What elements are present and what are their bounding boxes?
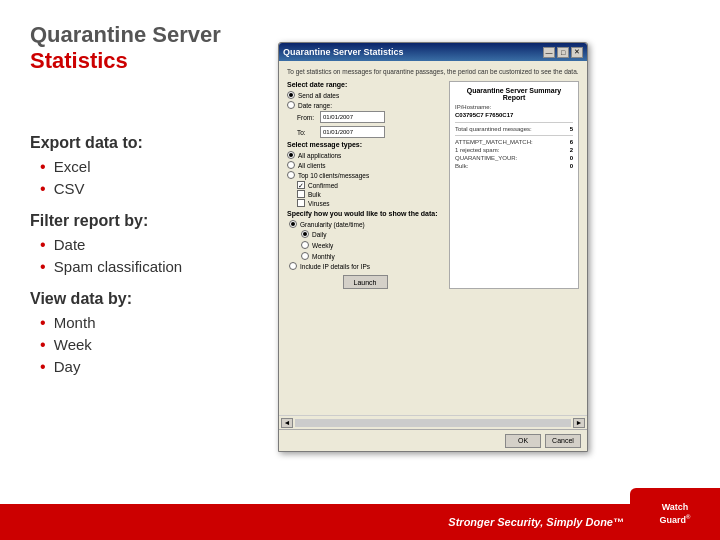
cancel-button[interactable]: Cancel [545,434,581,448]
sub-radio-monthly[interactable] [301,252,309,260]
sub-radio-daily-label: Daily [312,231,326,238]
dialog-title: Quarantine Server Statistics [283,47,404,57]
radio-date-range-label: Date range: [298,102,332,109]
from-input[interactable] [320,111,385,123]
radio-date-range-row: Date range: [287,101,443,109]
slide: Quarantine Server Statistics Export data… [0,0,720,540]
summary-total-row: Total quarantined messages: 5 [455,126,573,132]
radio-top10-label: Top 10 clients/messages [298,172,369,179]
sub-radio-weekly-label: Weekly [312,242,333,249]
radio-all-clients-row: All clients [287,161,443,169]
radio-top10[interactable] [287,171,295,179]
msg-types-label: Select message types: [287,141,443,148]
dialog-bottom-bar: OK Cancel [279,429,587,451]
sub-radio-weekly-row: Weekly [301,241,443,249]
to-row: To: [297,126,443,138]
checkbox-confirmed[interactable] [297,181,305,189]
ok-button[interactable]: OK [505,434,541,448]
maximize-button[interactable]: □ [557,47,569,58]
left-content: Export data to: Excel CSV Filter report … [30,120,270,380]
radio-all-apps-label: All applications [298,152,341,159]
dialog-window: Quarantine Server Statistics — □ ✕ To ge… [278,42,588,452]
radio-ip-row: Include IP details for IPs [289,262,443,270]
radio-all-dates-label: Send all dates [298,92,339,99]
checkbox-bulk-row: Bulk [297,190,443,198]
close-button[interactable]: ✕ [571,47,583,58]
msg-types-section: Select message types: All applications A… [287,141,443,207]
sub-radio-daily[interactable] [301,230,309,238]
checkbox-viruses-label: Viruses [308,200,330,207]
sub-radio-monthly-row: Monthly [301,252,443,260]
radio-date-range[interactable] [287,101,295,109]
checkbox-confirmed-row: Confirmed [297,181,443,189]
footer-tagline: Stronger Security, Simply Done™ [448,516,624,528]
launch-button[interactable]: Launch [343,275,388,289]
bullet-csv: CSV [40,180,270,198]
summary-detail-rows: ATTEMPT_MATCH_MATCH: 6 1 rejected spam: … [455,135,573,169]
date-range-label: Select date range: [287,81,443,88]
dialog-scrollbar: ◄ ► [279,415,587,429]
radio-top10-row: Top 10 clients/messages [287,171,443,179]
checkbox-viruses-row: Viruses [297,199,443,207]
radio-granularity-row: Granularity (date/time) [289,220,443,228]
specify-label: Specify how you would like to show the d… [287,210,443,217]
bullet-week: Week [40,336,270,354]
dialog-intro: To get statistics on messages for quaran… [287,67,579,76]
summary-detail-3: Bulk: 0 [455,163,573,169]
watchguard-badge: WatchGuard® [630,488,720,540]
radio-granularity[interactable] [289,220,297,228]
summary-panel: Quarantine Server Summary Report IP/Host… [449,81,579,289]
scroll-right-arrow[interactable]: ► [573,418,585,428]
title-line1: Quarantine Server [30,22,221,48]
summary-detail-2: QUARANTIME_YOUR: 0 [455,155,573,161]
sub-radio-monthly-label: Monthly [312,253,335,260]
filter-heading: Filter report by: [30,212,270,230]
summary-detail-0: ATTEMPT_MATCH_MATCH: 6 [455,139,573,145]
bullet-day: Day [40,358,270,376]
radio-all-dates[interactable] [287,91,295,99]
radio-ip-label: Include IP details for IPs [300,263,370,270]
summary-ip-value-row: C03795C7 F7650C17 [455,112,573,118]
sub-radio-weekly[interactable] [301,241,309,249]
from-label: From: [297,114,317,121]
summary-total-label: Total quarantined messages: [455,126,532,132]
summary-title: Quarantine Server Summary Report [455,87,573,101]
watchguard-logo: WatchGuard® [660,502,691,526]
radio-all-clients[interactable] [287,161,295,169]
checkbox-viruses[interactable] [297,199,305,207]
summary-detail-1: 1 rejected spam: 2 [455,147,573,153]
from-row: From: [297,111,443,123]
summary-total-value: 5 [570,126,573,132]
footer-bar: Stronger Security, Simply Done™ [0,504,720,540]
checkbox-confirmed-label: Confirmed [308,182,338,189]
radio-all-apps[interactable] [287,151,295,159]
specify-section: Specify how you would like to show the d… [287,210,443,270]
scroll-left-arrow[interactable]: ◄ [281,418,293,428]
to-input[interactable] [320,126,385,138]
specify-radios: Granularity (date/time) Daily Weekly [289,220,443,270]
radio-ip-details[interactable] [289,262,297,270]
dialog-controls: — □ ✕ [543,47,583,58]
dialog-titlebar: Quarantine Server Statistics — □ ✕ [279,43,587,61]
radio-all-clients-label: All clients [298,162,325,169]
checkbox-bulk[interactable] [297,190,305,198]
dialog-two-col: Select date range: Send all dates Date r… [287,81,579,289]
dialog-left-col: Select date range: Send all dates Date r… [287,81,443,289]
title-area: Quarantine Server Statistics [30,22,221,74]
bullet-excel: Excel [40,158,270,176]
to-label: To: [297,129,317,136]
summary-ip-row: IP/Hostname: [455,104,573,110]
dialog-footer: Launch [287,275,443,289]
msg-type-items: Confirmed Bulk Viruses [297,181,443,207]
minimize-button[interactable]: — [543,47,555,58]
radio-all-dates-row: Send all dates [287,91,443,99]
view-heading: View data by: [30,290,270,308]
radio-granularity-label: Granularity (date/time) [300,221,365,228]
sub-radio-daily-row: Daily [301,230,443,238]
title-line2: Statistics [30,48,221,74]
scroll-track[interactable] [295,419,571,427]
radio-all-apps-row: All applications [287,151,443,159]
specify-sub-radios: Daily Weekly Monthly [301,230,443,262]
bullet-month: Month [40,314,270,332]
summary-ip-label: IP/Hostname: [455,104,491,110]
